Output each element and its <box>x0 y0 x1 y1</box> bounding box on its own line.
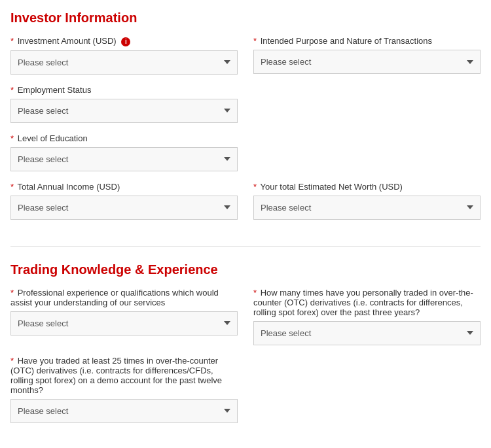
investor-form-grid-row4: * Total Annual Income (USD) Please selec… <box>10 182 481 230</box>
employment-status-label: * Employment Status <box>10 85 238 95</box>
level-of-education-group: * Level of Education Please select <box>10 133 238 171</box>
intended-purpose-group: * Intended Purpose and Nature of Transac… <box>253 36 481 75</box>
total-annual-income-required: * <box>10 182 14 192</box>
estimated-net-worth-label-text: Your total Estimated Net Worth (USD) <box>260 182 402 192</box>
section-divider <box>10 246 481 247</box>
professional-experience-label-text: Professional experience or qualification… <box>10 288 219 307</box>
professional-experience-select[interactable]: Please select <box>10 311 238 336</box>
demo-account-label-text: Have you traded at least 25 times in ove… <box>10 356 222 395</box>
intended-purpose-label: * Intended Purpose and Nature of Transac… <box>253 36 481 46</box>
professional-experience-group: * Professional experience or qualificati… <box>10 288 238 345</box>
total-annual-income-label-text: Total Annual Income (USD) <box>17 182 120 192</box>
investment-amount-required: * <box>10 36 14 46</box>
investor-information-section: Investor Information * Investment Amount… <box>10 10 481 230</box>
employment-status-select[interactable]: Please select <box>10 99 238 123</box>
level-of-education-label-text: Level of Education <box>18 133 88 143</box>
demo-account-right-spacer <box>253 356 481 434</box>
total-annual-income-select[interactable]: Please select <box>10 196 238 220</box>
employment-status-label-text: Employment Status <box>18 85 92 95</box>
otc-derivatives-times-label: * How many times have you personally tra… <box>253 288 481 317</box>
intended-purpose-label-text: Intended Purpose and Nature of Transacti… <box>261 36 432 46</box>
employment-status-right-spacer <box>253 85 481 133</box>
estimated-net-worth-select[interactable]: Please select <box>253 196 481 220</box>
investment-amount-label-text: Investment Amount (USD) <box>18 36 117 46</box>
total-annual-income-group: * Total Annual Income (USD) Please selec… <box>10 182 238 220</box>
investor-form-grid-row2: * Employment Status Please select <box>10 85 481 133</box>
estimated-net-worth-required: * <box>253 182 257 192</box>
investor-form-grid-row3: * Level of Education Please select <box>10 133 481 182</box>
trading-knowledge-title: Trading Knowledge & Experience <box>10 262 481 277</box>
demo-account-group: * Have you traded at least 25 times in o… <box>10 356 238 423</box>
otc-derivatives-times-group: * How many times have you personally tra… <box>253 288 481 345</box>
otc-derivatives-times-label-text: How many times have you personally trade… <box>253 288 473 317</box>
demo-account-select[interactable]: Please select <box>10 399 238 423</box>
professional-experience-label: * Professional experience or qualificati… <box>10 288 238 307</box>
intended-purpose-required: * <box>253 36 257 46</box>
demo-account-label: * Have you traded at least 25 times in o… <box>10 356 238 395</box>
investment-amount-select[interactable]: Please select <box>10 50 238 75</box>
estimated-net-worth-group: * Your total Estimated Net Worth (USD) P… <box>253 182 481 220</box>
investor-form-grid-row1: * Investment Amount (USD) i Please selec… <box>10 36 481 85</box>
investor-information-title: Investor Information <box>10 10 481 26</box>
level-of-education-select[interactable]: Please select <box>10 147 238 171</box>
intended-purpose-select[interactable]: Please select <box>253 50 481 74</box>
employment-status-group: * Employment Status Please select <box>10 85 238 123</box>
level-of-education-right-spacer <box>253 133 481 182</box>
level-of-education-label: * Level of Education <box>10 133 238 143</box>
investment-amount-label: * Investment Amount (USD) i <box>10 36 238 46</box>
investment-amount-group: * Investment Amount (USD) i Please selec… <box>10 36 238 75</box>
professional-experience-required: * <box>10 288 14 298</box>
estimated-net-worth-label: * Your total Estimated Net Worth (USD) <box>253 182 481 192</box>
trading-form-grid-row1: * Professional experience or qualificati… <box>10 288 481 356</box>
total-annual-income-label: * Total Annual Income (USD) <box>10 182 238 192</box>
level-of-education-required: * <box>10 133 14 143</box>
employment-status-required: * <box>10 85 14 95</box>
trading-form-grid-row2: * Have you traded at least 25 times in o… <box>10 356 481 434</box>
demo-account-required: * <box>10 356 14 366</box>
trading-knowledge-section: Trading Knowledge & Experience * Profess… <box>10 262 481 434</box>
otc-derivatives-times-required: * <box>253 288 257 298</box>
otc-derivatives-times-select[interactable]: Please select <box>253 321 481 345</box>
investment-amount-info-icon[interactable]: i <box>121 37 130 46</box>
